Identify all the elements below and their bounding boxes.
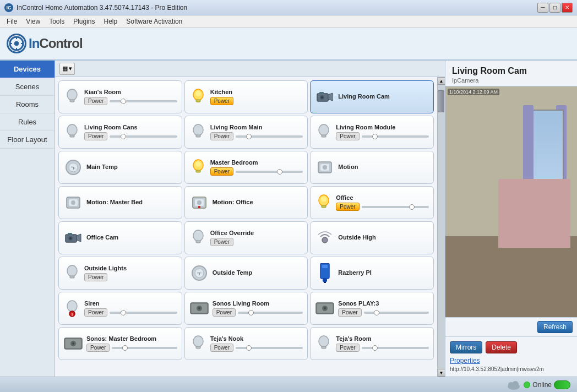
svg-rect-12 <box>197 101 200 102</box>
brightness-slider[interactable] <box>110 135 177 138</box>
svg-rect-59 <box>323 279 327 282</box>
scroll-down-arrow[interactable]: ▼ <box>438 369 445 377</box>
brightness-slider[interactable] <box>362 206 429 208</box>
bulb-icon <box>189 229 207 247</box>
svg-point-61 <box>67 301 77 312</box>
device-card-living-room-cam[interactable]: Living Room Cam <box>310 80 434 113</box>
menu-plugins[interactable]: Plugins <box>69 17 99 26</box>
brightness-slider[interactable] <box>236 135 303 138</box>
sidebar-item-rooms[interactable]: Rooms <box>0 96 55 113</box>
menu-tools[interactable]: Tools <box>45 17 69 26</box>
minimize-button[interactable]: ─ <box>537 3 548 13</box>
power-button[interactable]: Power <box>213 308 236 317</box>
device-name: Living Room Main <box>210 124 303 130</box>
sidebar-item-rules[interactable]: Rules <box>0 113 55 131</box>
device-card-sonos-play3[interactable]: Sonos PLAY:3 Power <box>310 292 434 325</box>
device-name: Living Room Module <box>336 124 429 130</box>
sidebar-item-floor-layout[interactable]: Floor Layout <box>0 131 55 149</box>
svg-rect-50 <box>196 241 200 243</box>
power-button[interactable]: Power <box>84 273 107 281</box>
device-controls: Power <box>84 132 177 140</box>
brightness-slider[interactable] <box>236 171 303 173</box>
device-card-motion-master-bed[interactable]: Motion: Master Bed <box>58 186 182 219</box>
motion-icon <box>63 193 83 213</box>
brightness-slider[interactable] <box>236 347 303 349</box>
titlebar: IC InControl Home Automation 3.47.5074.1… <box>0 0 577 15</box>
delete-button[interactable]: Delete <box>486 341 517 353</box>
volume-slider[interactable] <box>112 347 177 349</box>
device-card-outside-high[interactable]: Outside High <box>310 221 434 254</box>
device-card-living-room-cans[interactable]: Living Room Cans Power <box>58 116 182 149</box>
power-button[interactable]: Power <box>84 97 107 105</box>
device-card-motion[interactable]: Motion <box>310 151 434 184</box>
volume-slider[interactable] <box>238 312 303 314</box>
device-card-tejas-nook[interactable]: Teja's Nook Power <box>184 327 308 360</box>
device-card-siren[interactable]: ! Siren Power <box>58 292 182 325</box>
refresh-button[interactable]: Refresh <box>537 321 573 333</box>
menu-help[interactable]: Help <box>100 17 122 26</box>
volume-slider[interactable] <box>364 312 429 314</box>
scroll-thumb[interactable] <box>438 90 444 112</box>
volume-slider[interactable] <box>110 312 177 314</box>
power-button[interactable]: Power <box>210 132 233 140</box>
device-card-master-bedroom[interactable]: Master Bedroom Power <box>184 151 308 184</box>
device-info: Kitchen Power <box>210 89 303 105</box>
device-controls: Power <box>338 308 429 317</box>
online-toggle[interactable] <box>554 380 570 389</box>
power-button[interactable]: Power <box>336 203 359 211</box>
device-card-kians-room[interactable]: Kian's Room Power <box>58 80 182 113</box>
sidebar-item-scenes[interactable]: Scenes <box>0 78 55 96</box>
power-button[interactable]: Power <box>338 308 361 317</box>
device-card-sonos-living-room[interactable]: Sonos Living Room Power <box>184 292 308 325</box>
menu-view[interactable]: View <box>21 17 45 26</box>
scroll-up-arrow[interactable]: ▲ <box>438 77 445 85</box>
device-info: Outside High <box>338 234 429 242</box>
device-info: Main Temp <box>86 164 177 172</box>
brightness-slider[interactable] <box>110 100 177 102</box>
device-card-motion-office[interactable]: Motion: Office <box>184 186 308 219</box>
power-button[interactable]: Power <box>336 344 359 352</box>
close-button[interactable]: ✕ <box>562 3 573 13</box>
device-card-living-room-main[interactable]: Living Room Main Power <box>184 116 308 149</box>
device-card-living-room-module[interactable]: Living Room Module Power <box>310 116 434 149</box>
power-button[interactable]: Power <box>336 132 359 140</box>
device-controls: Power <box>210 167 303 176</box>
vertical-scrollbar[interactable]: ▲ ▼ <box>437 77 445 377</box>
device-card-office-override[interactable]: Office Override Power <box>184 221 308 254</box>
thermostat-icon: °F <box>189 263 209 283</box>
device-info: Living Room Cans Power <box>84 124 177 140</box>
svg-point-68 <box>198 307 200 309</box>
device-card-office-cam[interactable]: Office Cam <box>58 221 182 254</box>
power-button[interactable]: Power <box>86 344 110 352</box>
power-button[interactable]: Power <box>84 132 107 140</box>
svg-rect-19 <box>70 135 74 137</box>
device-info: Master Bedroom Power <box>210 159 303 176</box>
device-card-razberry-pi[interactable]: Razberry PI <box>310 257 434 290</box>
device-card-main-temp[interactable]: °F Main Temp <box>58 151 182 184</box>
power-button[interactable]: Power <box>84 308 107 317</box>
device-card-tejas-room[interactable]: Teja's Room Power <box>310 327 434 360</box>
menu-software-activation[interactable]: Software Activation <box>122 17 187 26</box>
sidebar-item-devices[interactable]: Devices <box>0 61 55 78</box>
device-card-kitchen[interactable]: Kitchen Power <box>184 80 308 113</box>
device-card-outside-temp[interactable]: °F Outside Temp <box>184 257 308 290</box>
view-button[interactable]: ▦ ▾ <box>59 63 75 75</box>
device-name: Teja's Room <box>336 335 429 342</box>
device-card-outside-lights[interactable]: Outside Lights Power <box>58 257 182 290</box>
brightness-slider[interactable] <box>362 347 429 349</box>
svg-rect-23 <box>322 135 326 137</box>
menu-file[interactable]: File <box>2 17 21 26</box>
mirrors-button[interactable]: Mirrors <box>450 341 482 353</box>
bulb-on-icon <box>189 159 207 176</box>
maximize-button[interactable]: □ <box>549 3 560 13</box>
power-button[interactable]: Power <box>210 238 233 246</box>
device-card-sonos-master-bedroom[interactable]: Sonos: Master Bedroom Power <box>58 327 182 360</box>
power-button[interactable]: Power <box>210 344 233 352</box>
camera-icon <box>315 87 335 107</box>
device-card-office[interactable]: Office Power <box>310 186 434 219</box>
scroll-track[interactable] <box>438 85 445 369</box>
brightness-slider[interactable] <box>362 135 429 138</box>
power-button[interactable]: Power <box>210 167 233 176</box>
properties-link[interactable]: Properties <box>450 357 573 364</box>
power-button[interactable]: Power <box>210 97 233 105</box>
